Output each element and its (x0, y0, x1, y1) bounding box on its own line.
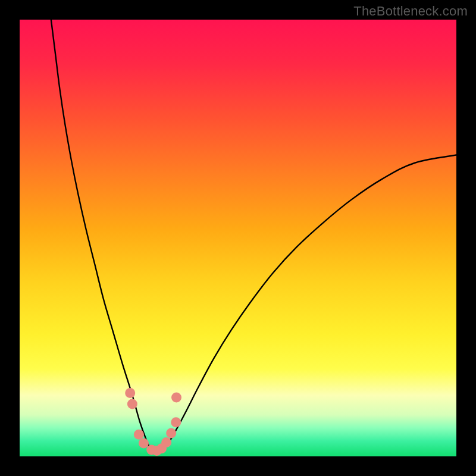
chart-container: TheBottleneck.com (0, 0, 476, 476)
svg-rect-0 (20, 20, 456, 456)
watermark-text: TheBottleneck.com (353, 4, 468, 19)
plot-area (20, 20, 456, 456)
background-gradient (20, 20, 456, 456)
